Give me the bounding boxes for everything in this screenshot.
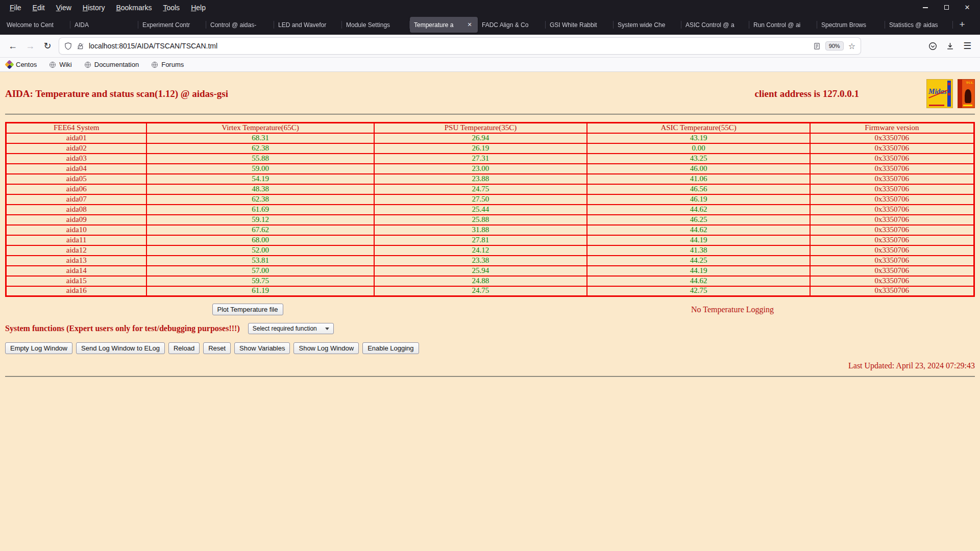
tab-statistics-aidas[interactable]: Statistics @ aidas — [885, 17, 953, 33]
bookmarks-toolbar: Centos Wiki Documentation Forums — [0, 58, 980, 72]
tab-control-aidas[interactable]: Control @ aidas- — [206, 17, 274, 33]
cell-system: aida14 — [6, 266, 147, 276]
bookmark-wiki[interactable]: Wiki — [49, 61, 72, 68]
cell-firmware: 0x3350706 — [810, 133, 974, 143]
tab-title: ASIC Control @ a — [685, 21, 745, 29]
tab-title: FADC Align & Co — [482, 21, 542, 29]
menu-view[interactable]: View — [51, 2, 77, 14]
downloads-icon[interactable] — [941, 38, 959, 54]
tab-temperature-a[interactable]: Temperature a ✕ — [410, 17, 478, 33]
cell-asic-temp: 41.38 — [587, 245, 810, 256]
cell-psu-temp: 24.12 — [374, 245, 587, 256]
pocket-icon[interactable] — [924, 38, 941, 54]
cell-psu-temp: 27.50 — [374, 194, 587, 205]
cell-system: aida01 — [6, 133, 147, 143]
reload-button[interactable]: Reload — [168, 342, 200, 354]
close-window-button[interactable]: ✕ — [964, 4, 971, 11]
cell-asic-temp: 44.62 — [587, 205, 810, 215]
shield-icon[interactable] — [64, 42, 72, 50]
menu-bookmarks[interactable]: Bookmarks — [110, 2, 157, 14]
page-content: AIDA: Temperature and status scan(1.12) … — [0, 72, 980, 551]
cell-firmware: 0x3350706 — [810, 174, 974, 184]
tab-asic-control-a[interactable]: ASIC Control @ a — [681, 17, 749, 33]
menu-history[interactable]: History — [77, 2, 111, 14]
cell-firmware: 0x3350706 — [810, 154, 974, 164]
plot-temperature-button[interactable]: Plot Temperature file — [212, 304, 283, 315]
function-select[interactable]: Select required function — [248, 323, 334, 334]
tab-gsi-white-rabbit[interactable]: GSI White Rabbit — [546, 17, 614, 33]
back-button[interactable]: ← — [4, 38, 21, 54]
bookmark-centos[interactable]: Centos — [6, 61, 37, 68]
cell-asic-temp: 0.00 — [587, 143, 810, 154]
tab-experiment-contr[interactable]: Experiment Contr — [138, 17, 206, 33]
maximize-icon — [944, 5, 949, 10]
bookmark-documentation[interactable]: Documentation — [84, 61, 139, 68]
tab-aida[interactable]: AIDA — [70, 17, 138, 33]
show-log-window-button[interactable]: Show Log Window — [293, 342, 359, 354]
tab-led-and-wavefor[interactable]: LED and Wavefor — [274, 17, 342, 33]
empty-log-window-button[interactable]: Empty Log Window — [5, 342, 72, 354]
cell-virtex-temp: 59.00 — [146, 164, 374, 174]
cell-firmware: 0x3350706 — [810, 225, 974, 235]
menu-tools[interactable]: Tools — [157, 2, 185, 14]
cell-firmware: 0x3350706 — [810, 205, 974, 215]
cell-firmware: 0x3350706 — [810, 245, 974, 256]
url-bar[interactable]: localhost:8015/AIDA/TSCAN/TSCAN.tml 90% … — [59, 38, 861, 54]
browser-window: FileEditViewHistoryBookmarksToolsHelp ✕ … — [0, 0, 980, 551]
cell-virtex-temp: 67.62 — [146, 225, 374, 235]
tab-title: Control @ aidas- — [210, 21, 270, 29]
cell-firmware: 0x3350706 — [810, 215, 974, 225]
enable-logging-button[interactable]: Enable Logging — [362, 342, 419, 354]
cell-asic-temp: 44.62 — [587, 225, 810, 235]
menu-file[interactable]: File — [4, 2, 27, 14]
cell-virtex-temp: 52.00 — [146, 245, 374, 256]
cell-asic-temp: 46.19 — [587, 194, 810, 205]
cell-virtex-temp: 68.31 — [146, 133, 374, 143]
tab-strip: Welcome to Cent AIDA Experiment Contr Co… — [0, 15, 980, 35]
cell-virtex-temp: 57.00 — [146, 266, 374, 276]
tab-title: System wide Che — [618, 21, 677, 29]
maximize-button[interactable] — [943, 4, 950, 11]
forward-button[interactable]: → — [21, 38, 39, 54]
cell-firmware: 0x3350706 — [810, 276, 974, 286]
menu-help[interactable]: Help — [185, 2, 211, 14]
reload-button[interactable]: ↻ — [39, 38, 56, 54]
cell-virtex-temp: 54.19 — [146, 174, 374, 184]
menu-edit[interactable]: Edit — [27, 2, 51, 14]
table-row: aida12 52.00 24.12 41.38 0x3350706 — [6, 245, 974, 256]
cell-firmware: 0x3350706 — [810, 286, 974, 296]
insecure-lock-icon[interactable] — [77, 42, 84, 50]
cell-system: aida07 — [6, 194, 147, 205]
cell-psu-temp: 25.94 — [374, 266, 587, 276]
cell-virtex-temp: 55.88 — [146, 154, 374, 164]
reader-mode-icon[interactable] — [813, 42, 821, 50]
tab-run-control-ai[interactable]: Run Control @ ai — [749, 17, 817, 33]
new-tab-button[interactable]: + — [954, 17, 970, 33]
tab-module-settings[interactable]: Module Settings — [342, 17, 410, 33]
cell-psu-temp: 24.88 — [374, 276, 587, 286]
plot-row: Plot Temperature file No Temperature Log… — [5, 304, 975, 315]
send-log-window-to-elog-button[interactable]: Send Log Window to ELog — [76, 342, 165, 354]
menu-icon[interactable]: ☰ — [959, 38, 976, 54]
bookmark-star-icon[interactable]: ☆ — [848, 41, 855, 51]
tab-system-wide-che[interactable]: System wide Che — [614, 17, 681, 33]
tab-spectrum-brows[interactable]: Spectrum Brows — [817, 17, 885, 33]
close-tab-icon[interactable]: ✕ — [465, 21, 474, 29]
tab-title: LED and Wavefor — [278, 21, 338, 29]
show-variables-button[interactable]: Show Variables — [234, 342, 290, 354]
system-functions-row: System functions (Expert users only for … — [5, 323, 975, 334]
zoom-level-badge[interactable]: 90% — [825, 41, 844, 51]
reset-button[interactable]: Reset — [203, 342, 231, 354]
last-updated: Last Updated: April 23, 2024 07:29:43 — [5, 361, 975, 370]
system-functions-label: System functions (Expert users only for … — [5, 324, 240, 333]
cell-psu-temp: 27.81 — [374, 235, 587, 245]
tab-welcome-to-cent[interactable]: Welcome to Cent — [3, 17, 70, 33]
centos-logo-icon — [5, 60, 14, 69]
bookmark-forums[interactable]: Forums — [151, 61, 184, 68]
cell-system: aida08 — [6, 205, 147, 215]
cell-firmware: 0x3350706 — [810, 266, 974, 276]
minimize-button[interactable] — [922, 4, 929, 11]
tab-fadc-align-co[interactable]: FADC Align & Co — [478, 17, 546, 33]
actions-row: Empty Log WindowSend Log Window to ELogR… — [5, 342, 975, 354]
temperature-table: FEE64 SystemVirtex Temperature(65C)PSU T… — [5, 122, 975, 297]
